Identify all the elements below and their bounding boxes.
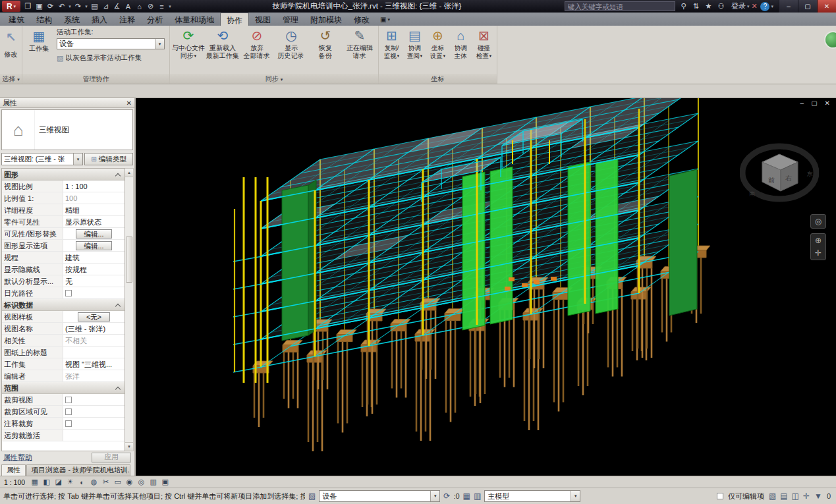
property-checkbox[interactable] (65, 397, 72, 403)
ribbon-button[interactable]: ⊘ 放弃 全部请求 (240, 26, 274, 73)
close-button[interactable]: ✕ (817, 0, 836, 13)
modify-arrow-icon[interactable]: ↖ (1, 30, 20, 45)
property-row[interactable]: 默认分析显示... 无 (2, 275, 125, 287)
apply-button[interactable]: 应用 (92, 453, 131, 462)
ribbon-tab[interactable]: 建筑 (3, 13, 30, 26)
favorites-icon[interactable]: ★ (704, 1, 713, 12)
ribbon-button[interactable]: ◷ 显示 历史记录 (274, 26, 308, 73)
section-icon[interactable]: ⊘ (145, 1, 156, 12)
properties-scrollbar[interactable]: ▲ ▼ (125, 168, 134, 451)
ribbon-tab[interactable]: 协作 (220, 13, 249, 26)
property-row[interactable]: 图形 (2, 169, 125, 181)
property-checkbox[interactable] (65, 420, 72, 427)
filter-icon[interactable]: ▼ (814, 491, 822, 501)
property-row[interactable]: 注释裁剪 (2, 418, 125, 430)
thin-lines-icon[interactable]: ≡ (156, 1, 167, 12)
property-row[interactable]: 图纸上的标题 (2, 347, 125, 358)
visual-style-icon[interactable]: ◪ (53, 477, 64, 487)
ribbon-tab[interactable]: 注释 (113, 13, 141, 26)
property-checkbox[interactable] (65, 408, 72, 415)
scroll-down-icon[interactable]: ▼ (125, 442, 133, 451)
property-row[interactable]: 范围 (2, 382, 125, 394)
drawing-area[interactable]: – ▢ ✕ 前 右 南 东 ◎ ⊕ ✛ (136, 98, 836, 476)
measure-icon[interactable]: ⊿ (100, 1, 111, 12)
aligned-dimension-icon[interactable]: ∡ (111, 1, 123, 12)
ribbon-button[interactable]: ⊞ 复制/ 监视▾ (380, 26, 403, 73)
design-options-icon[interactable]: ▤ (780, 491, 787, 501)
restore-button[interactable]: ▢ (798, 0, 817, 13)
property-row[interactable]: 图形显示选项 编辑... (2, 240, 125, 252)
property-row[interactable]: 零件可见性 显示原状态 (2, 216, 125, 228)
property-row[interactable]: 编辑者 张洋 (2, 370, 125, 382)
status-workset-dropdown[interactable]: 设备 ▾ (319, 490, 440, 502)
undo-caret-icon[interactable]: ▾ (67, 1, 72, 12)
ribbon-button[interactable]: ⟲ 重新载入 最新工作集 (206, 26, 240, 73)
worksharing-grid-icon[interactable]: ▦ (463, 491, 470, 501)
search-icon[interactable]: ⚲ (679, 1, 688, 12)
ribbon-tab[interactable]: 插入 (86, 13, 113, 26)
ribbon-tab[interactable]: 体量和场地 (169, 13, 220, 26)
property-row[interactable]: 标识数据 (2, 299, 125, 311)
drag-elements-icon[interactable]: ✛ (803, 491, 810, 501)
revit-app-menu-button[interactable]: R▾ (2, 1, 20, 12)
view-scale-button[interactable]: 1 : 100 (3, 478, 28, 486)
synchronize-panel-label[interactable]: 同步 ▾ (170, 74, 378, 84)
tab-properties[interactable]: 属性 (1, 464, 26, 476)
detail-level-icon[interactable]: ◧ (41, 477, 52, 487)
ribbon-button[interactable]: ⟳ 与中心文件 同步▾ (171, 26, 206, 73)
design-option-dropdown[interactable]: 主模型 ▾ (484, 490, 580, 502)
customize-caret-icon[interactable]: ▾ (167, 1, 173, 12)
property-row[interactable]: 规程 建筑 (2, 252, 125, 264)
sign-in-icon[interactable]: ⚇ (716, 1, 726, 12)
property-checkbox[interactable] (65, 290, 72, 296)
reveal-hidden-elements-icon[interactable]: ◎ (136, 477, 147, 487)
redo-icon[interactable]: ↷ (72, 1, 84, 12)
3d-model-view[interactable] (136, 98, 836, 476)
worksets-status-icon[interactable]: ▧ (769, 491, 776, 501)
communication-center-icon[interactable] (824, 31, 836, 49)
property-row[interactable]: 比例值 1: 100 (2, 192, 125, 204)
worksets-button[interactable]: ▦ 工作集 (24, 26, 54, 73)
type-selector[interactable]: ⌂ 三维视图 (1, 109, 133, 150)
scale-icon[interactable]: ▦ (29, 477, 40, 487)
ribbon-button[interactable]: ✎ 正在编辑 请求 (343, 26, 377, 73)
property-row[interactable]: 远剪裁激活 (2, 430, 125, 441)
clipboard-icon[interactable]: ▥ (474, 491, 481, 501)
help-icon[interactable]: ? (760, 2, 769, 11)
scroll-up-icon[interactable]: ▲ (125, 169, 133, 177)
ribbon-button[interactable]: ▤ 协调 查阅▾ (403, 26, 426, 73)
steering-wheel-button[interactable]: ◎ (810, 214, 826, 229)
active-workset-dropdown[interactable]: 设备 ▾ (57, 38, 165, 49)
temporary-hide-isolate-icon[interactable]: ◉ (124, 477, 135, 487)
scrollbar-thumb[interactable] (126, 237, 132, 283)
view-minimize-button[interactable]: – (800, 99, 804, 107)
rendering-dialog-icon[interactable]: ◍ (88, 477, 99, 487)
property-row[interactable]: 视图样板 <无> (2, 311, 125, 323)
property-row[interactable]: 相关性 不相关 (2, 335, 125, 347)
crop-view-icon[interactable]: ✂ (100, 477, 111, 487)
property-row[interactable]: 视图比例 1 : 100 (2, 181, 125, 192)
open-icon[interactable]: ❒ (22, 1, 34, 12)
ribbon-tab[interactable]: 视图 (249, 13, 277, 26)
editable-only-checkbox[interactable] (717, 493, 723, 499)
worksharing-display-icon[interactable]: ▥ (148, 477, 159, 487)
property-row[interactable]: 工作集 视图 "三维视... (2, 358, 125, 370)
redo-caret-icon[interactable]: ▾ (84, 1, 89, 12)
modify-state-indicator[interactable]: ▣ ▾ (380, 16, 390, 26)
edit-type-button[interactable]: ⊞ 编辑类型 (84, 153, 133, 165)
search-input[interactable] (565, 1, 675, 11)
properties-help-link[interactable]: 属性帮助 (3, 453, 32, 462)
editing-requests-icon[interactable]: ⟳ (443, 491, 450, 501)
exchange-apps-icon[interactable]: ✕ (749, 2, 759, 11)
default-3d-view-icon[interactable]: ⌂ (134, 1, 145, 12)
ribbon-button[interactable]: ⌂ 协调 主体 (449, 26, 472, 73)
ribbon-button[interactable]: ⊕ 坐标 设置▾ (426, 26, 449, 73)
print-icon[interactable]: ▤ (89, 1, 100, 12)
ribbon-button[interactable]: ⊠ 碰撞 检查▾ (472, 26, 495, 73)
ribbon-tab[interactable]: 附加模块 (304, 13, 348, 26)
property-row[interactable]: 详细程度 精细 (2, 204, 125, 216)
shadows-icon[interactable]: ◐ (76, 477, 88, 487)
zoom-tools-button[interactable]: ⊕ ✛ (810, 233, 826, 260)
property-row[interactable]: 显示隐藏线 按规程 (2, 264, 125, 275)
ribbon-tab[interactable]: 系统 (58, 13, 86, 26)
